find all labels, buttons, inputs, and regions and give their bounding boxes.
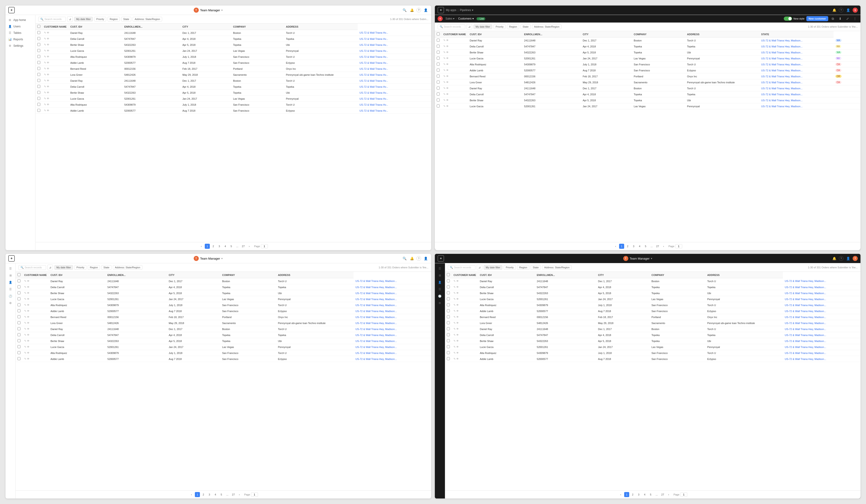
user-icon[interactable]: 👤: [423, 256, 429, 261]
row-checkbox[interactable]: [37, 85, 40, 88]
edit-icon[interactable]: ✎: [24, 286, 26, 288]
filter-date[interactable]: My date filter: [54, 265, 73, 270]
sidebar-item-home[interactable]: ⊞: [435, 272, 445, 279]
eye-icon[interactable]: 👁: [446, 63, 449, 66]
filter-state[interactable]: State: [121, 17, 131, 21]
filter-priority[interactable]: Priority: [94, 17, 106, 21]
eye-icon[interactable]: 👁: [456, 328, 459, 330]
filter-icon[interactable]: ⊿: [47, 265, 53, 270]
row-checkbox[interactable]: [437, 50, 440, 54]
eye-icon[interactable]: 👁: [27, 352, 30, 354]
edit-icon[interactable]: ✎: [44, 91, 46, 94]
row-checkbox[interactable]: [447, 285, 450, 288]
filter-date[interactable]: My date filter: [484, 265, 502, 270]
eye-icon[interactable]: 👁: [456, 291, 459, 294]
select-all-checkbox[interactable]: [37, 25, 40, 28]
row-checkbox[interactable]: [18, 285, 21, 288]
eye-icon[interactable]: 👁: [27, 333, 30, 336]
filter-date[interactable]: My date filter: [474, 24, 492, 29]
page-27[interactable]: 27: [241, 244, 246, 249]
eye-icon[interactable]: 👁: [47, 37, 49, 40]
eye-icon[interactable]: 👁: [456, 286, 459, 288]
edit-icon[interactable]: ✎: [443, 51, 445, 54]
row-checkbox[interactable]: [37, 103, 40, 106]
dropdown-icon[interactable]: ▾: [221, 9, 223, 12]
eye-icon[interactable]: 👁: [456, 333, 459, 336]
row-checkbox[interactable]: [18, 357, 21, 360]
row-checkbox[interactable]: [18, 351, 21, 354]
eye-icon[interactable]: 👁: [456, 279, 459, 282]
filter-priority[interactable]: Priority: [74, 265, 86, 270]
edit-icon[interactable]: ✎: [24, 333, 26, 336]
row-checkbox[interactable]: [18, 279, 21, 282]
row-checkbox[interactable]: [37, 31, 40, 34]
sidebar-item-apphome[interactable]: ⊞ App home: [5, 17, 35, 23]
dropdown-icon[interactable]: ▾: [221, 257, 223, 260]
eye-icon[interactable]: 👁: [47, 61, 49, 64]
row-checkbox[interactable]: [37, 91, 40, 94]
select-all-checkbox[interactable]: [447, 273, 450, 276]
eye-icon[interactable]: 👁: [27, 310, 30, 312]
eye-icon[interactable]: 👁: [27, 303, 30, 306]
row-checkbox[interactable]: [437, 62, 440, 66]
page-1[interactable]: 1: [624, 492, 629, 497]
edit-icon[interactable]: ✎: [44, 85, 46, 88]
edit-icon[interactable]: ✎: [454, 345, 456, 348]
notification-icon[interactable]: 🔔: [409, 256, 414, 261]
edit-icon[interactable]: ✎: [443, 69, 445, 71]
page-3[interactable]: 3: [207, 492, 212, 497]
row-checkbox[interactable]: [37, 61, 40, 64]
sales-link[interactable]: Sales ▾: [445, 17, 454, 20]
edit-icon[interactable]: ✎: [454, 316, 456, 318]
filter-region[interactable]: Region: [517, 265, 529, 270]
row-checkbox[interactable]: [447, 279, 450, 282]
filter-region[interactable]: Region: [108, 17, 120, 21]
eye-icon[interactable]: 👁: [47, 109, 49, 112]
prev-btn[interactable]: ‹: [189, 492, 194, 497]
edit-icon[interactable]: ✎: [44, 61, 46, 64]
search-box[interactable]: 🔍 Search records: [38, 17, 66, 22]
filter-priority[interactable]: Priority: [493, 24, 506, 29]
page-4[interactable]: 4: [642, 492, 647, 497]
edit-icon[interactable]: ✎: [24, 345, 26, 348]
edit-icon[interactable]: ✎: [443, 39, 445, 42]
row-checkbox[interactable]: [37, 49, 40, 52]
filter-address[interactable]: Address: State/Region: [133, 17, 162, 21]
edit-icon[interactable]: ✎: [24, 298, 26, 300]
edit-icon[interactable]: ✎: [454, 298, 456, 300]
row-checkbox[interactable]: [437, 57, 440, 60]
edit-icon[interactable]: ✎: [443, 45, 445, 48]
edit-icon[interactable]: ✎: [443, 99, 445, 102]
edit-icon[interactable]: ✎: [454, 291, 456, 294]
page-input[interactable]: [675, 244, 682, 248]
page-4[interactable]: 4: [213, 492, 218, 497]
row-checkbox[interactable]: [18, 303, 21, 306]
page-3[interactable]: 3: [217, 244, 222, 249]
user-icon[interactable]: 👤: [845, 256, 851, 261]
filter-date[interactable]: My date filter: [74, 17, 93, 21]
next-btn[interactable]: ›: [247, 244, 252, 249]
sidebar-item-tables[interactable]: ☰: [5, 286, 15, 293]
edit-icon[interactable]: ✎: [443, 57, 445, 60]
page-input[interactable]: [261, 244, 268, 248]
sidebar-item-users[interactable]: 👤 Users: [5, 23, 35, 30]
row-checkbox[interactable]: [37, 43, 40, 46]
eye-icon[interactable]: 👁: [47, 49, 49, 52]
edit-icon[interactable]: ✎: [454, 333, 456, 336]
prev-btn[interactable]: ‹: [613, 244, 618, 249]
row-checkbox[interactable]: [437, 87, 440, 90]
eye-icon[interactable]: 👁: [456, 340, 459, 342]
eye-icon[interactable]: 👁: [27, 340, 30, 342]
row-checkbox[interactable]: [18, 327, 21, 330]
page-2[interactable]: 2: [630, 492, 635, 497]
more-icon[interactable]: ⋮: [852, 16, 858, 21]
search-icon[interactable]: 🔍: [402, 256, 407, 261]
eye-icon[interactable]: 👁: [47, 79, 49, 82]
row-checkbox[interactable]: [447, 357, 450, 360]
row-checkbox[interactable]: [447, 303, 450, 306]
edit-icon[interactable]: ✎: [44, 109, 46, 112]
notification-icon[interactable]: 🔔: [409, 7, 414, 13]
sidebar-item-users[interactable]: 👤: [5, 279, 15, 286]
eye-icon[interactable]: 👁: [446, 69, 449, 71]
edit-icon[interactable]: ✎: [24, 321, 26, 324]
